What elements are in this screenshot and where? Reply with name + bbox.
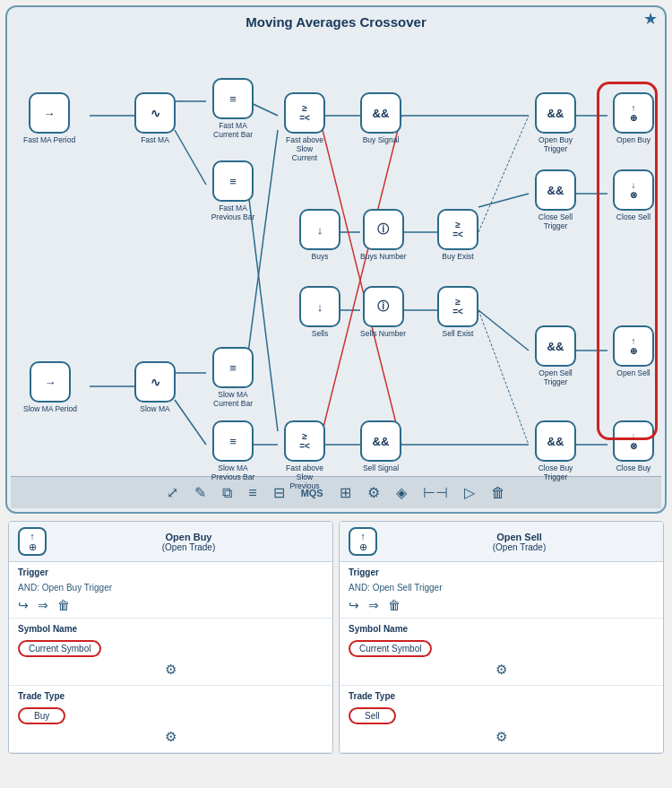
node-fast-ma-period[interactable]: → Fast MA Period <box>23 92 75 144</box>
trigger-label-left: Trigger <box>18 567 323 577</box>
panel-title: Moving Averages Crossover <box>11 11 661 37</box>
detail-panel-open-buy: ↑⊕ Open Buy (Open Trade) Trigger AND: Op… <box>8 521 333 754</box>
arrow-icon-left[interactable]: ⇒ <box>38 598 48 612</box>
node-close-buy[interactable]: ↓⊗ Close Buy <box>613 420 654 472</box>
toolbar-icon-1[interactable]: ⤢ <box>167 484 178 501</box>
node-slow-ma-current-bar[interactable]: ≡ Slow MA Current Bar <box>206 347 260 408</box>
trigger-value-right: AND: Open Sell Trigger <box>349 581 654 594</box>
toolbar-icon-7[interactable]: ⚙ <box>367 484 380 501</box>
node-sell-signal[interactable]: && Sell Signal <box>360 420 401 472</box>
node-open-buy-trigger[interactable]: && Open Buy Trigger <box>529 92 582 153</box>
node-open-buy[interactable]: ↑⊕ Open Buy <box>613 92 654 144</box>
symbol-badge-right[interactable]: Current Symbol <box>349 640 432 657</box>
open-buy-subtitle: (Open Trade) <box>54 542 323 552</box>
toolbar-icon-2[interactable]: ✎ <box>194 484 206 501</box>
node-slow-ma[interactable]: ∿ Slow MA <box>134 361 176 413</box>
node-sell-exist[interactable]: ≥=< Sell Exist <box>437 286 478 338</box>
main-panel: Moving Averages Crossover ★ <box>5 5 667 514</box>
svg-line-26 <box>478 116 529 232</box>
toolbar-icon-4[interactable]: ≡ <box>248 485 256 501</box>
node-buy-exist[interactable]: ≥=< Buy Exist <box>437 209 478 261</box>
toolbar-icon-9[interactable]: ⊢⊣ <box>423 484 448 501</box>
lock-icon-left[interactable]: ↪ <box>18 598 29 612</box>
open-buy-title: Open Buy <box>54 532 323 542</box>
svg-line-2 <box>175 130 206 185</box>
gear-row-trade-left: ⚙ <box>18 727 323 747</box>
node-fast-above-slow-prev[interactable]: ≥=< Fast above SlowPrevious <box>278 420 332 491</box>
bottom-row: ↑⊕ Open Buy (Open Trade) Trigger AND: Op… <box>5 521 667 754</box>
svg-line-9 <box>175 400 206 445</box>
trade-type-label-right: Trade Type <box>349 691 654 701</box>
node-sells-number[interactable]: ⓘ Sells Number <box>360 286 406 338</box>
gear-row-trade-right: ⚙ <box>349 727 654 747</box>
star-icon: ★ <box>643 9 658 29</box>
gear-icon-left[interactable]: ⚙ <box>165 662 177 678</box>
open-sell-title: Open Sell <box>384 532 654 542</box>
trade-type-section-left: Trade Type Buy ⚙ <box>9 686 332 753</box>
node-open-sell[interactable]: ↑⊕ Open Sell <box>613 325 654 377</box>
toolbar-icon-play[interactable]: ▷ <box>464 484 475 501</box>
node-slow-ma-prev-bar[interactable]: ≡ Slow MA Previous Bar <box>206 420 260 481</box>
trigger-value-left: AND: Open Buy Trigger <box>18 581 323 594</box>
node-close-buy-trigger[interactable]: && Close Buy Trigger <box>529 420 582 481</box>
node-buys[interactable]: ↓ Buys <box>299 209 340 261</box>
node-close-sell-trigger[interactable]: && Close Sell Trigger <box>529 169 582 230</box>
trigger-section-left: Trigger AND: Open Buy Trigger ↪ ⇒ 🗑 <box>9 562 332 619</box>
open-sell-subtitle: (Open Trade) <box>384 542 654 552</box>
delete-icon-right[interactable]: 🗑 <box>388 598 401 612</box>
detail-header-open-sell: ↑⊕ Open Sell (Open Trade) <box>340 522 663 562</box>
symbol-section-right: Symbol Name Current Symbol ⚙ <box>340 619 663 686</box>
svg-line-27 <box>478 310 529 445</box>
toolbar-icon-6[interactable]: ⊞ <box>340 484 351 501</box>
symbol-label-right: Symbol Name <box>349 624 654 634</box>
node-fast-ma-prev-bar[interactable]: ≡ Fast MA Previous Bar <box>206 160 260 221</box>
toolbar-icon-delete[interactable]: 🗑 <box>491 485 505 501</box>
toolbar-icon-3[interactable]: ⧉ <box>222 485 232 501</box>
node-fast-ma[interactable]: ∿ Fast MA <box>134 92 176 144</box>
detail-header-open-buy: ↑⊕ Open Buy (Open Trade) <box>9 522 332 562</box>
gear-icon-trade-left[interactable]: ⚙ <box>165 729 177 745</box>
symbol-label-left: Symbol Name <box>18 624 323 634</box>
node-fast-ma-current-bar[interactable]: ≡ Fast MA Current Bar <box>206 78 260 139</box>
symbol-badge-left[interactable]: Current Symbol <box>18 640 101 657</box>
trigger-label-right: Trigger <box>349 567 654 577</box>
symbol-section-left: Symbol Name Current Symbol ⚙ <box>9 619 332 686</box>
trigger-icons-right: ↪ ⇒ 🗑 <box>349 598 654 612</box>
node-fast-above-slow-current[interactable]: ≥=< Fast above SlowCurrent <box>278 92 332 163</box>
gear-row-left: ⚙ <box>18 660 323 680</box>
node-sells[interactable]: ↓ Sells <box>299 286 340 338</box>
gear-icon-right[interactable]: ⚙ <box>495 662 507 678</box>
open-buy-header-icon: ↑⊕ <box>18 527 47 556</box>
toolbar-icon-8[interactable]: ◈ <box>396 484 407 501</box>
trigger-section-right: Trigger AND: Open Sell Trigger ↪ ⇒ 🗑 <box>340 562 663 619</box>
detail-panel-open-sell: ↑⊕ Open Sell (Open Trade) Trigger AND: O… <box>339 521 664 754</box>
gear-icon-trade-right[interactable]: ⚙ <box>495 729 507 745</box>
trade-type-label-left: Trade Type <box>18 691 323 701</box>
lock-icon-right[interactable]: ↪ <box>349 598 359 612</box>
flow-canvas: → Fast MA Period ∿ Fast MA ≡ Fast MA Cur… <box>11 37 661 476</box>
delete-icon-left[interactable]: 🗑 <box>57 598 70 612</box>
node-open-sell-trigger[interactable]: && Open Sell Trigger <box>529 325 582 386</box>
open-sell-header-icon: ↑⊕ <box>349 527 377 556</box>
node-buys-number[interactable]: ⓘ Buys Number <box>360 209 407 261</box>
svg-line-18 <box>478 194 529 207</box>
arrow-icon-right[interactable]: ⇒ <box>368 598 379 612</box>
trade-badge-right[interactable]: Sell <box>349 707 396 724</box>
svg-line-23 <box>319 116 401 445</box>
trade-type-section-right: Trade Type Sell ⚙ <box>340 686 663 753</box>
node-slow-ma-period[interactable]: → Slow MA Period <box>23 361 77 413</box>
gear-row-right: ⚙ <box>349 660 654 680</box>
trade-badge-left[interactable]: Buy <box>18 707 65 724</box>
trigger-icons-left: ↪ ⇒ 🗑 <box>18 598 323 612</box>
node-buy-signal[interactable]: && Buy Signal <box>360 92 401 144</box>
svg-line-21 <box>478 310 529 351</box>
node-close-sell[interactable]: ↓⊗ Close Sell <box>613 169 654 221</box>
svg-line-22 <box>319 116 401 445</box>
